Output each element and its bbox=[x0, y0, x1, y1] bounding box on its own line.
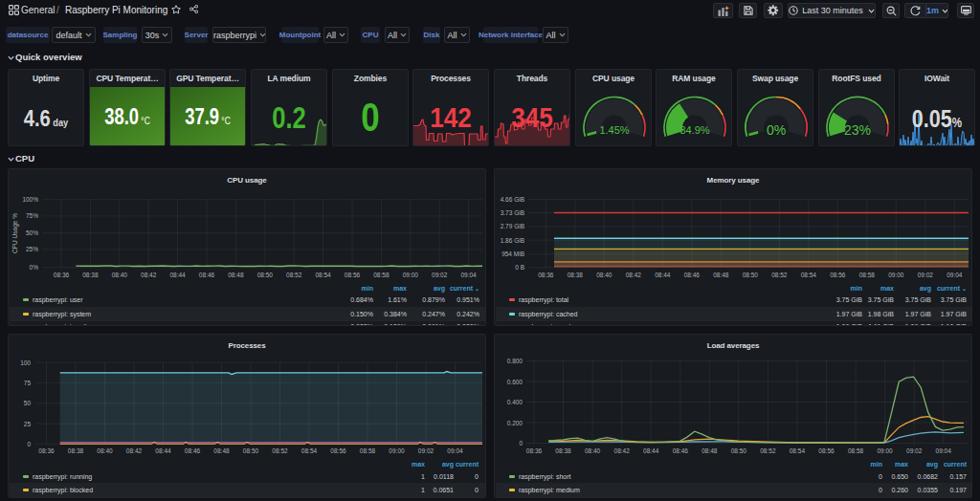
svg-text:23%: 23% bbox=[844, 122, 871, 138]
svg-text:08:56: 08:56 bbox=[830, 272, 846, 278]
svg-text:0%: 0% bbox=[767, 122, 786, 138]
svg-text:08:52: 08:52 bbox=[771, 272, 788, 278]
svg-text:08:46: 08:46 bbox=[185, 447, 201, 454]
svg-text:08:52: 08:52 bbox=[760, 447, 776, 454]
svg-text:09:04: 09:04 bbox=[447, 447, 463, 454]
svg-text:09:00: 09:00 bbox=[877, 447, 893, 454]
svg-text:50: 50 bbox=[24, 400, 32, 406]
svg-text:2.79 GiB: 2.79 GiB bbox=[501, 223, 524, 229]
svg-text:09:00: 09:00 bbox=[389, 447, 405, 454]
svg-text:08:38: 08:38 bbox=[82, 272, 99, 278]
svg-text:25%: 25% bbox=[26, 246, 38, 252]
svg-text:08:44: 08:44 bbox=[643, 447, 659, 454]
svg-text:50%: 50% bbox=[26, 229, 38, 236]
svg-text:08:58: 08:58 bbox=[848, 447, 864, 454]
svg-text:4.66 GiB: 4.66 GiB bbox=[501, 196, 524, 203]
svg-text:08:46: 08:46 bbox=[199, 272, 215, 278]
svg-text:09:02: 09:02 bbox=[906, 447, 923, 454]
svg-text:08:52: 08:52 bbox=[286, 272, 302, 278]
svg-text:09:00: 09:00 bbox=[403, 272, 419, 278]
svg-text:08:38: 08:38 bbox=[555, 447, 571, 454]
svg-text:0: 0 bbox=[519, 440, 523, 447]
svg-text:08:56: 08:56 bbox=[330, 447, 346, 454]
svg-text:0 B: 0 B bbox=[515, 264, 524, 271]
svg-text:08:50: 08:50 bbox=[243, 447, 259, 454]
svg-text:08:56: 08:56 bbox=[345, 272, 361, 278]
svg-text:75%: 75% bbox=[26, 212, 38, 219]
svg-text:0%: 0% bbox=[30, 264, 39, 271]
svg-text:08:40: 08:40 bbox=[596, 272, 612, 278]
svg-text:08:40: 08:40 bbox=[585, 447, 601, 454]
svg-text:08:48: 08:48 bbox=[213, 447, 230, 454]
svg-text:08:50: 08:50 bbox=[257, 272, 274, 278]
svg-text:08:44: 08:44 bbox=[155, 447, 171, 454]
svg-text:1.86 GiB: 1.86 GiB bbox=[501, 237, 524, 244]
svg-text:08:56: 08:56 bbox=[818, 447, 835, 454]
svg-text:75: 75 bbox=[24, 380, 32, 386]
svg-text:09:02: 09:02 bbox=[918, 272, 934, 278]
svg-text:09:02: 09:02 bbox=[418, 447, 434, 454]
svg-text:100%: 100% bbox=[22, 196, 38, 203]
svg-text:08:54: 08:54 bbox=[315, 272, 331, 278]
svg-text:08:36: 08:36 bbox=[538, 272, 554, 278]
svg-text:100: 100 bbox=[20, 359, 31, 366]
svg-text:08:54: 08:54 bbox=[801, 272, 817, 278]
svg-text:1.45%: 1.45% bbox=[599, 124, 629, 136]
svg-text:0: 0 bbox=[27, 441, 31, 447]
svg-text:08:54: 08:54 bbox=[301, 447, 318, 454]
svg-text:08:42: 08:42 bbox=[141, 272, 157, 278]
svg-text:08:36: 08:36 bbox=[526, 447, 543, 454]
svg-text:08:58: 08:58 bbox=[859, 272, 876, 278]
svg-text:0.600: 0.600 bbox=[507, 379, 523, 385]
svg-text:08:58: 08:58 bbox=[373, 272, 390, 278]
svg-text:34.9%: 34.9% bbox=[679, 124, 709, 136]
svg-text:08:42: 08:42 bbox=[626, 272, 642, 278]
svg-text:08:50: 08:50 bbox=[743, 272, 759, 278]
svg-text:09:00: 09:00 bbox=[888, 272, 904, 278]
svg-text:25: 25 bbox=[24, 421, 32, 427]
svg-text:08:42: 08:42 bbox=[126, 447, 143, 454]
svg-text:09:04: 09:04 bbox=[460, 272, 477, 278]
svg-text:08:44: 08:44 bbox=[655, 272, 671, 278]
svg-text:09:02: 09:02 bbox=[432, 272, 448, 278]
svg-text:08:46: 08:46 bbox=[684, 272, 701, 278]
svg-text:08:46: 08:46 bbox=[673, 447, 689, 454]
svg-text:954 MiB: 954 MiB bbox=[501, 250, 524, 257]
svg-text:08:38: 08:38 bbox=[68, 447, 84, 454]
svg-text:08:52: 08:52 bbox=[272, 447, 288, 454]
svg-text:3.73 GiB: 3.73 GiB bbox=[501, 209, 524, 216]
svg-text:08:40: 08:40 bbox=[97, 447, 113, 454]
svg-text:0.200: 0.200 bbox=[507, 420, 523, 426]
svg-text:0.400: 0.400 bbox=[507, 399, 523, 405]
svg-text:08:40: 08:40 bbox=[112, 272, 128, 278]
svg-text:08:36: 08:36 bbox=[38, 447, 55, 454]
svg-text:08:36: 08:36 bbox=[54, 272, 70, 278]
svg-text:08:48: 08:48 bbox=[702, 447, 718, 454]
svg-text:08:48: 08:48 bbox=[713, 272, 729, 278]
svg-text:CPU Usage %: CPU Usage % bbox=[11, 213, 19, 253]
svg-text:08:38: 08:38 bbox=[568, 272, 584, 278]
svg-text:08:58: 08:58 bbox=[360, 447, 376, 454]
svg-text:08:44: 08:44 bbox=[169, 272, 186, 278]
svg-text:08:42: 08:42 bbox=[614, 447, 631, 454]
svg-text:08:50: 08:50 bbox=[731, 447, 747, 454]
svg-text:09:04: 09:04 bbox=[947, 272, 963, 278]
svg-text:08:48: 08:48 bbox=[228, 272, 244, 278]
svg-text:09:04: 09:04 bbox=[936, 447, 952, 454]
svg-text:08:54: 08:54 bbox=[790, 447, 806, 454]
svg-text:0.800: 0.800 bbox=[507, 358, 523, 364]
